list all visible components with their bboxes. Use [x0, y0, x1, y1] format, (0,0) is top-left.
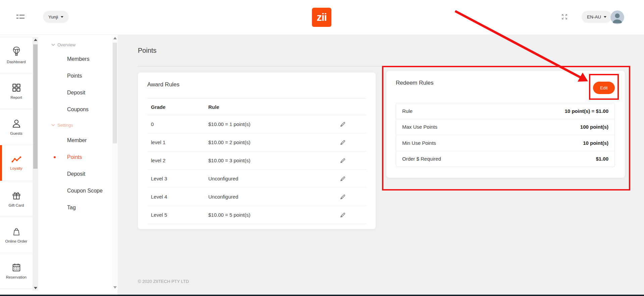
grade-cell: Level 3 [147, 176, 208, 181]
submenu-item-label: Points [67, 73, 82, 79]
workspace-dropdown[interactable]: Yunji [43, 11, 69, 23]
submenu-item-members[interactable]: Members [38, 51, 117, 68]
window-bottom-edge [0, 295, 644, 296]
table-row: Level 5 $10.00 = 5 point(s) [147, 206, 366, 224]
submenu-item-coupons[interactable]: Coupons [38, 101, 117, 118]
sidebar-item-label: Guests [10, 131, 22, 135]
card-title: Redeem Rules [396, 80, 433, 86]
gift-icon [11, 191, 21, 201]
sidebar-scrollbar[interactable] [33, 37, 38, 291]
workspace-name: Yunji [48, 14, 58, 19]
submenu-item-member[interactable]: Member [38, 132, 117, 149]
shopping-bag-icon [11, 226, 21, 237]
rule-cell: $10.00 = 3 point(s) [208, 158, 319, 163]
submenu-item-label: Deposit [67, 90, 85, 96]
submenu-item-label: Deposit [67, 171, 85, 177]
top-header: Yunji zii EN-AU [0, 0, 644, 35]
caret-down-icon [604, 16, 606, 18]
redeem-value: $1.00 [596, 156, 608, 162]
sidebar-item-dashboard[interactable]: Dashboard [0, 37, 33, 73]
chevron-down-icon [51, 124, 55, 126]
section-label: Overview [57, 42, 75, 47]
submenu-item-points-settings[interactable]: Points [38, 149, 117, 166]
chevron-down-icon [51, 44, 55, 46]
submenu-section-overview[interactable]: Overview [38, 39, 117, 51]
active-dot [54, 156, 56, 158]
main-content: Points Award Rules Grade Rule 0 $10.00 =… [118, 35, 644, 296]
column-header-rule: Rule [208, 104, 319, 110]
submenu-item-deposit-settings[interactable]: Deposit [38, 166, 117, 182]
submenu-item-deposit-overview[interactable]: Deposit [38, 84, 117, 101]
submenu-item-points-overview[interactable]: Points [38, 68, 117, 84]
app-window: Yunji zii EN-AU [0, 0, 644, 296]
award-rules-card: Award Rules Grade Rule 0 $10.00 = 1 poin… [138, 73, 376, 229]
scroll-up-arrow[interactable] [112, 35, 118, 41]
grade-cell: level 1 [147, 139, 208, 145]
submenu-item-label: Points [67, 154, 82, 160]
edit-rule-button[interactable] [338, 174, 347, 183]
submenu-item-label: Coupon Scope [67, 188, 103, 194]
divider [138, 66, 631, 67]
rule-cell: $10.00 = 2 point(s) [208, 139, 319, 145]
submenu-item-label: Coupons [67, 107, 89, 113]
sidebar-item-label: Loyalty [10, 166, 22, 170]
table-row: Level 4 Unconfigured [147, 188, 366, 206]
user-avatar[interactable] [610, 10, 624, 24]
sidebar-item-gift-card[interactable]: Gift Card [0, 181, 33, 217]
grade-cell: Level 5 [147, 212, 208, 218]
redeem-row: Max Use Points 100 point(s) [396, 119, 614, 135]
redeem-value: 10 point(s) = $1.00 [565, 108, 608, 114]
submenu-section-settings[interactable]: Settings [38, 118, 117, 132]
collapse-menu-icon[interactable] [16, 13, 25, 20]
caret-down-icon [61, 16, 63, 18]
rule-cell: $10.00 = 1 point(s) [208, 121, 319, 127]
fullscreen-icon[interactable] [561, 13, 568, 20]
grade-cell: level 2 [147, 158, 208, 163]
column-header-grade: Grade [147, 104, 208, 110]
submenu-item-coupon-scope[interactable]: Coupon Scope [38, 182, 117, 199]
secondary-sidebar: Overview Members Points Deposit Coupons … [38, 35, 118, 296]
sidebar-item-guests[interactable]: Guests [0, 109, 33, 145]
grade-cell: 0 [147, 121, 208, 127]
grid-icon [11, 83, 21, 93]
language-label: EN-AU [587, 14, 601, 19]
table-row: 0 $10.00 = 1 point(s) [147, 115, 366, 133]
edit-redeem-rules-button[interactable]: Edit [593, 82, 615, 94]
scrollbar-thumb[interactable] [33, 44, 38, 169]
person-icon [11, 119, 21, 129]
copyright-text: © 2020 ZIITECH PTY LTD [138, 279, 189, 284]
page-title: Points [138, 47, 157, 54]
edit-rule-button[interactable] [338, 156, 347, 165]
table-row: level 1 $10.00 = 2 point(s) [147, 133, 366, 152]
edit-rule-button[interactable] [338, 211, 347, 219]
edit-rule-button[interactable] [338, 193, 347, 201]
sidebar-item-report[interactable]: Report [0, 73, 33, 109]
sidebar-item-label: Gift Card [8, 203, 24, 207]
redeem-value: 10 point(s) [583, 140, 608, 146]
scroll-down-arrow[interactable] [33, 285, 38, 291]
sidebar-item-loyalty[interactable]: Loyalty [0, 145, 33, 181]
balloon-icon [11, 46, 21, 57]
logo-text: zii [317, 11, 327, 24]
scrollbar-thumb[interactable] [113, 43, 117, 143]
sidebar-item-label: Report [10, 95, 22, 99]
edit-rule-button[interactable] [338, 120, 347, 129]
scroll-up-arrow[interactable] [33, 37, 38, 42]
submenu-item-label: Members [67, 56, 90, 62]
redeem-label: Order $ Required [402, 156, 441, 162]
submenu-item-label: Member [67, 137, 87, 143]
primary-sidebar: Dashboard Report [0, 35, 33, 296]
language-dropdown[interactable]: EN-AU [582, 11, 612, 23]
card-title: Award Rules [147, 81, 179, 88]
redeem-rules-card: Redeem Rules Edit Rule 10 point(s) = $1.… [386, 71, 625, 178]
sidebar-item-online-order[interactable]: Online Order [0, 217, 33, 253]
table-header-row: Grade Rule [147, 99, 366, 115]
submenu-item-tag[interactable]: Tag [38, 199, 117, 216]
sidebar-item-reservation[interactable]: Reservation [0, 253, 33, 289]
scroll-down-arrow[interactable] [112, 285, 118, 290]
zii-logo: zii [312, 8, 331, 27]
submenu-scrollbar[interactable] [112, 35, 118, 290]
grade-cell: Level 4 [147, 194, 208, 200]
edit-rule-button[interactable] [338, 138, 347, 147]
redeem-label: Max Use Points [402, 124, 437, 130]
